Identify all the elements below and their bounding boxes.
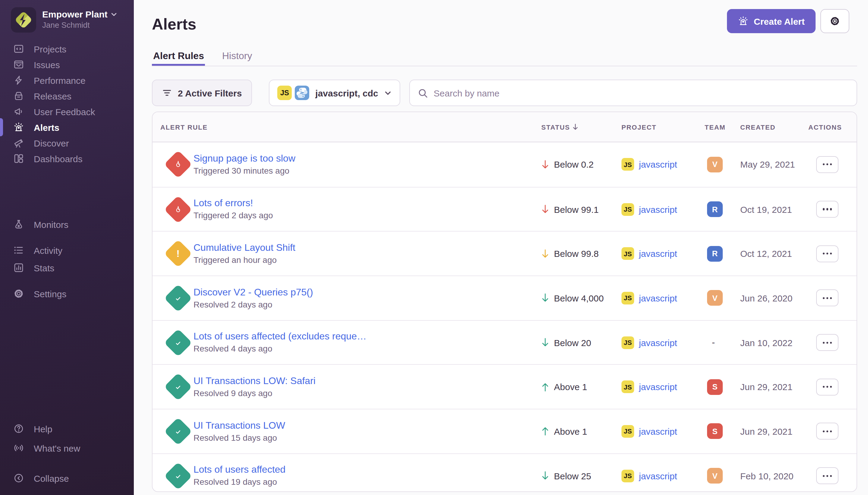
sidebar-item-dashboards[interactable]: Dashboards: [0, 151, 134, 166]
sidebar-item-activity[interactable]: Activity: [0, 242, 134, 258]
alert-rule-link[interactable]: Cumulative Layout Shift: [193, 242, 295, 254]
page-title: Alerts: [152, 15, 196, 34]
project-link[interactable]: javascript: [639, 382, 677, 392]
project-link[interactable]: javascript: [639, 337, 677, 347]
row-actions-button[interactable]: [816, 245, 838, 262]
row-actions-button[interactable]: [816, 379, 838, 395]
status-threshold: Below 25: [554, 471, 591, 481]
app-window: Empower Plant Jane Schmidt ProjectsIssue…: [0, 0, 868, 495]
search-field[interactable]: [410, 80, 857, 106]
sidebar-item-settings[interactable]: Settings: [0, 286, 134, 302]
alert-rule-link[interactable]: Discover V2 - Queries p75(): [193, 286, 313, 298]
status-threshold: Below 0.2: [554, 159, 594, 170]
sidebar-item-discover[interactable]: Discover: [0, 135, 134, 151]
sidebar-item-monitors[interactable]: Monitors: [0, 217, 134, 232]
team-cell: R: [705, 246, 740, 261]
javascript-platform-icon: JS: [277, 86, 292, 100]
active-filters-button[interactable]: 2 Active Filters: [152, 80, 252, 106]
team-cell: V: [705, 468, 740, 483]
sidebar-item-help[interactable]: Help: [0, 421, 134, 437]
project-filter-label: javascript, cdc: [315, 88, 378, 98]
alert-state-icon: [164, 462, 192, 490]
sidebar-item-label: Stats: [34, 262, 54, 273]
trend-arrow-icon: [541, 249, 549, 258]
create-alert-button[interactable]: Create Alert: [727, 9, 816, 33]
project-filter-dropdown[interactable]: JS javascript, cdc: [269, 80, 400, 106]
sidebar-item-what-s-new[interactable]: What's new: [0, 440, 134, 456]
siren-icon: [737, 16, 748, 27]
alert-state-icon: [164, 284, 192, 312]
column-header-status[interactable]: Status: [539, 123, 622, 131]
search-input[interactable]: [434, 88, 849, 98]
help-icon: [13, 423, 24, 434]
table-row: Lots of errors! Triggered 2 days ago Bel…: [153, 187, 856, 231]
sidebar-item-label: Releases: [34, 91, 71, 101]
project-link[interactable]: javascript: [639, 159, 677, 170]
alert-state-icon: [164, 150, 192, 178]
sidebar-group-primary: ProjectsIssuesPerformanceReleasesUser Fe…: [0, 41, 134, 166]
alert-state-icon: !: [164, 240, 192, 268]
column-header-alert-rule: Alert Rule: [153, 123, 539, 131]
alert-rule-detail: Resolved 4 days ago: [193, 344, 366, 355]
sidebar-item-issues[interactable]: Issues: [0, 57, 134, 72]
alert-rule-link[interactable]: Lots of errors!: [193, 198, 273, 209]
row-actions-button[interactable]: [816, 334, 838, 351]
project-link[interactable]: javascript: [639, 471, 677, 481]
project-link[interactable]: javascript: [639, 426, 677, 437]
issues-icon: [13, 59, 24, 70]
sidebar-item-performance[interactable]: Performance: [0, 72, 134, 88]
project-link[interactable]: javascript: [639, 293, 677, 303]
row-actions-button[interactable]: [816, 423, 838, 440]
sidebar-item-label: Activity: [34, 245, 63, 255]
alert-settings-button[interactable]: [820, 9, 849, 33]
sidebar-item-projects[interactable]: Projects: [0, 41, 134, 57]
alert-rule-link[interactable]: UI Transactions LOW: Safari: [193, 375, 315, 387]
alert-state-icon: [164, 373, 192, 401]
row-actions-button[interactable]: [816, 467, 838, 484]
tab-alert-rules[interactable]: Alert Rules: [152, 47, 205, 66]
team-badge: S: [707, 424, 723, 439]
row-actions-button[interactable]: [816, 290, 838, 307]
sidebar-item-releases[interactable]: Releases: [0, 88, 134, 104]
sidebar-item-alerts[interactable]: Alerts: [0, 119, 134, 135]
project-link[interactable]: javascript: [639, 204, 677, 214]
table-header: Alert Rule Status Project Team Created A…: [153, 112, 856, 142]
alert-state-icon: [164, 417, 192, 445]
alert-rule-link[interactable]: UI Transactions LOW: [193, 419, 285, 431]
sidebar-item-collapse[interactable]: Collapse: [0, 470, 134, 486]
sidebar-item-label: Dashboards: [34, 153, 83, 164]
created-date: Oct 19, 2021: [740, 204, 808, 214]
sidebar-item-label: What's new: [34, 443, 80, 453]
alert-rule-link[interactable]: Lots of users affected (excludes reque…: [193, 331, 366, 343]
org-switcher[interactable]: Empower Plant Jane Schmidt: [0, 0, 134, 37]
row-actions-button[interactable]: [816, 201, 838, 218]
team-badge: V: [707, 157, 723, 172]
whats-new-icon: [13, 443, 24, 454]
created-date: Feb 10, 2020: [740, 471, 808, 481]
sort-descending-icon: [572, 124, 578, 130]
javascript-platform-icon: JS: [622, 336, 634, 349]
filter-icon: [162, 88, 172, 98]
created-date: Oct 12, 2021: [740, 249, 808, 259]
sidebar-item-user-feedback[interactable]: User Feedback: [0, 104, 134, 119]
javascript-platform-icon: JS: [622, 158, 634, 171]
status-threshold: Below 20: [554, 337, 591, 347]
sidebar-item-stats[interactable]: Stats: [0, 260, 134, 275]
org-logo-icon: [11, 7, 36, 33]
alert-rule-link[interactable]: Lots of users affected: [193, 464, 285, 476]
tab-history[interactable]: History: [221, 47, 254, 66]
settings-icon: [13, 288, 24, 299]
team-cell: S: [705, 424, 740, 439]
header-actions: Create Alert: [727, 9, 849, 33]
row-actions-button[interactable]: [816, 156, 838, 173]
status-threshold: Above 1: [554, 426, 587, 437]
search-icon: [418, 88, 428, 98]
alert-rule-link[interactable]: Signup page is too slow: [193, 153, 295, 165]
org-text: Empower Plant Jane Schmidt: [42, 9, 118, 31]
sidebar-item-label: Discover: [34, 138, 69, 148]
sidebar-group-tertiary: ActivityStats: [0, 242, 134, 275]
tab-bar: Alert Rules History: [152, 47, 857, 66]
sidebar-group-collapse: Collapse: [0, 470, 134, 486]
project-link[interactable]: javascript: [639, 249, 677, 259]
javascript-platform-icon: JS: [622, 247, 634, 260]
